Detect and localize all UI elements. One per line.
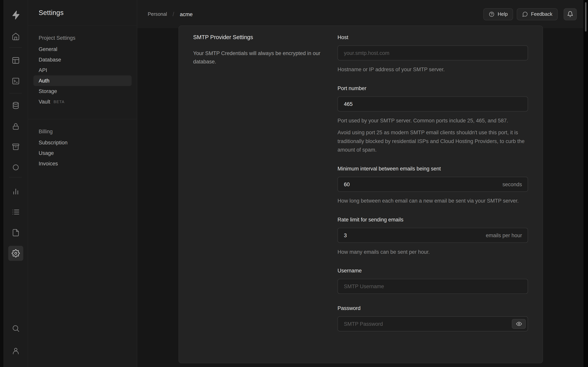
sidebar-item-general[interactable]: General <box>33 44 132 54</box>
host-help: Hostname or IP address of your SMTP serv… <box>338 65 528 74</box>
scrollbar-track <box>584 0 588 367</box>
auth-icon[interactable] <box>8 119 23 134</box>
rail-divider <box>9 177 22 177</box>
search-icon[interactable] <box>8 321 23 336</box>
notifications-button[interactable] <box>564 8 577 20</box>
page-title: Settings <box>39 9 64 17</box>
top-header: Personal / acme Help Feedback <box>137 0 584 28</box>
sidebar-item-auth[interactable]: Auth <box>33 75 132 86</box>
smtp-settings-panel: SMTP Provider Settings Your SMTP Credent… <box>178 25 543 363</box>
breadcrumb-project[interactable]: acme <box>180 11 193 17</box>
help-button-label: Help <box>498 11 508 17</box>
interval-input[interactable] <box>338 177 528 192</box>
username-label: Username <box>338 267 528 274</box>
password-input[interactable] <box>338 317 528 331</box>
port-help: Port used by your SMTP server. Common po… <box>338 116 528 125</box>
rate-limit-help: How many emails can be sent per hour. <box>338 248 528 256</box>
password-label: Password <box>338 304 528 312</box>
section-heading-project-settings: Project Settings <box>28 32 137 44</box>
password-field-group: Password <box>338 304 528 331</box>
scrollbar-thumb[interactable] <box>585 2 587 32</box>
sidebar-header: Settings <box>28 0 137 26</box>
sql-editor-icon[interactable] <box>8 74 23 89</box>
storage-icon[interactable] <box>8 139 23 154</box>
sidebar-item-subscription[interactable]: Subscription <box>33 137 132 148</box>
supabase-logo[interactable] <box>9 8 22 22</box>
sidebar-item-database[interactable]: Database <box>33 54 132 65</box>
section-title: SMTP Provider Settings <box>193 33 323 41</box>
header-actions: Help Feedback <box>483 8 577 20</box>
edge-functions-icon[interactable] <box>8 160 23 175</box>
feedback-button-label: Feedback <box>531 11 552 17</box>
port-input[interactable] <box>338 97 528 111</box>
sidebar-divider <box>28 119 137 119</box>
home-icon[interactable] <box>8 29 23 44</box>
rail-divider <box>9 47 22 48</box>
rate-limit-label: Rate limit for sending emails <box>338 216 528 223</box>
settings-icon[interactable] <box>8 246 23 261</box>
smtp-form: Host Hostname or IP address of your SMTP… <box>338 33 528 331</box>
username-input[interactable] <box>338 279 528 294</box>
rail-divider <box>9 93 22 93</box>
section-description: Your SMTP Credentials will always be enc… <box>193 49 323 66</box>
host-label: Host <box>338 33 528 41</box>
port-note: Avoid using port 25 as modern SMTP email… <box>338 128 528 154</box>
reports-icon[interactable] <box>8 184 23 199</box>
feedback-button[interactable]: Feedback <box>517 8 557 20</box>
breadcrumb: Personal / acme <box>148 11 193 17</box>
app-window: Personal / acme Help Feedback <box>0 0 588 367</box>
section-heading-billing: Billing <box>28 125 137 137</box>
database-icon[interactable] <box>8 98 23 113</box>
sidebar-item-usage[interactable]: Usage <box>33 148 132 158</box>
interval-field-group: Minimum interval between emails being se… <box>338 165 528 205</box>
settings-sidebar: Settings Project Settings General Databa… <box>28 0 137 367</box>
sidebar-item-vault[interactable]: Vault BETA <box>33 97 132 107</box>
table-editor-icon[interactable] <box>8 53 23 68</box>
port-label: Port number <box>338 84 528 92</box>
interval-label: Minimum interval between emails being se… <box>338 165 528 172</box>
bell-icon <box>567 11 573 17</box>
help-circle-icon <box>489 11 495 17</box>
port-field-group: Port number Port used by your SMTP serve… <box>338 84 528 154</box>
beta-badge: BETA <box>54 100 65 104</box>
host-field-group: Host Hostname or IP address of your SMTP… <box>338 33 528 74</box>
host-input[interactable] <box>338 45 528 60</box>
breadcrumb-separator-icon: / <box>173 11 174 17</box>
toggle-password-visibility-button[interactable] <box>512 319 526 329</box>
user-icon[interactable] <box>8 343 23 359</box>
sidebar-item-invoices[interactable]: Invoices <box>33 158 132 169</box>
username-field-group: Username <box>338 267 528 294</box>
breadcrumb-org[interactable]: Personal <box>148 11 167 17</box>
settings-nav: Project Settings General Database API Au… <box>28 26 137 169</box>
window-left-edge <box>0 0 3 367</box>
logs-icon[interactable] <box>8 205 23 219</box>
interval-help: How long between each email can a new em… <box>338 197 528 205</box>
rate-limit-input[interactable] <box>338 228 528 243</box>
docs-icon[interactable] <box>8 225 23 240</box>
speech-bubble-icon <box>522 11 528 17</box>
icon-rail <box>3 0 28 367</box>
rate-limit-field-group: Rate limit for sending emails emails per… <box>338 216 528 256</box>
sidebar-item-api[interactable]: API <box>33 65 132 75</box>
help-button[interactable]: Help <box>483 8 513 20</box>
section-intro: SMTP Provider Settings Your SMTP Credent… <box>193 33 323 331</box>
eye-icon <box>516 321 522 327</box>
sidebar-item-storage[interactable]: Storage <box>33 86 132 97</box>
